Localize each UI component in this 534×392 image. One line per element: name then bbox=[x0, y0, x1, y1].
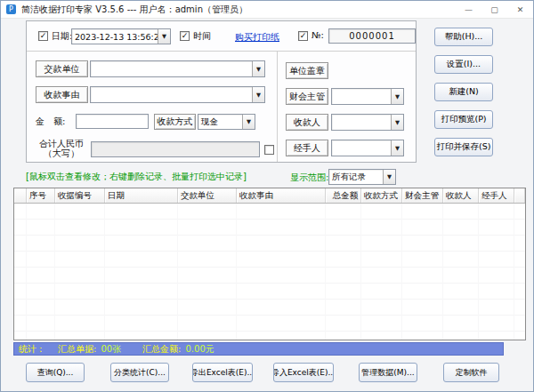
table-body-column bbox=[55, 204, 105, 340]
table-body-column bbox=[14, 204, 27, 340]
time-checkbox[interactable]: ✓ bbox=[180, 31, 190, 41]
payment-method-combobox[interactable]: 现金 ▼ bbox=[198, 114, 255, 130]
chevron-down-icon[interactable]: ▼ bbox=[252, 87, 264, 102]
finance-supervisor-value bbox=[332, 89, 391, 104]
print-save-button[interactable]: 打印并保存(S) bbox=[434, 138, 493, 156]
table-body-column bbox=[361, 204, 402, 340]
hint-text: [鼠标双击查看修改；右键删除记录、批量打印选中记录] bbox=[26, 171, 247, 183]
export-excel-button[interactable]: 导出Excel表(E)... bbox=[192, 363, 253, 382]
amount-caps-field bbox=[91, 141, 260, 157]
date-label: 日期: bbox=[52, 30, 72, 43]
reason-button[interactable]: 收款事由 bbox=[36, 86, 88, 103]
column-header[interactable]: 交款单位 bbox=[178, 188, 237, 203]
handler-button[interactable]: 经手人 bbox=[286, 140, 328, 156]
payment-method-value: 现金 bbox=[198, 115, 242, 129]
records-table: 序号收据编号日期交款单位收款事由总金额收款方式财会主管收款人经手人 bbox=[13, 188, 526, 340]
table-body-column bbox=[479, 204, 514, 340]
handler-value bbox=[332, 140, 391, 156]
custom-software-button[interactable]: 定制软件 bbox=[443, 363, 499, 382]
payment-method-button[interactable]: 收款方式 bbox=[154, 114, 196, 130]
divider-horizontal bbox=[27, 51, 416, 52]
table-body-column bbox=[237, 204, 326, 340]
table-body-column bbox=[514, 204, 525, 340]
column-header-filler bbox=[514, 188, 525, 203]
date-combobox[interactable]: 2023-12-13 13:56:23 ▼ bbox=[71, 28, 171, 44]
date-checkbox[interactable]: ✓ bbox=[38, 31, 48, 41]
settings-button[interactable]: 设置(I)... bbox=[434, 55, 493, 74]
check-icon: ✓ bbox=[182, 31, 189, 40]
column-header[interactable]: 经手人 bbox=[479, 188, 514, 203]
column-header[interactable]: 收款事由 bbox=[237, 188, 326, 203]
chevron-down-icon[interactable]: ▼ bbox=[158, 29, 170, 44]
column-header[interactable]: 序号 bbox=[27, 188, 55, 203]
print-preview-button[interactable]: 打印预览(P) bbox=[434, 110, 493, 129]
manage-data-button[interactable]: 管理数据(M)... bbox=[359, 363, 417, 382]
amount-caps-checkbox[interactable] bbox=[264, 145, 274, 155]
column-header[interactable]: 收款方式 bbox=[361, 188, 402, 203]
maximize-icon[interactable]: ▢ bbox=[481, 1, 507, 19]
table-body-column bbox=[178, 204, 237, 340]
app-icon: P bbox=[6, 4, 16, 14]
import-excel-button[interactable]: 导入Excel表(E)... bbox=[273, 363, 334, 382]
buy-paper-link[interactable]: 购买打印纸 bbox=[235, 31, 279, 44]
window-title: 简洁收据打印专家 V3.5.6 --- 用户名：admin（管理员） bbox=[21, 4, 247, 16]
receipt-no-checkbox[interactable]: ✓ bbox=[298, 31, 308, 41]
reason-value bbox=[91, 87, 252, 102]
table-body[interactable] bbox=[14, 204, 525, 340]
payer-unit-button[interactable]: 交款单位 bbox=[36, 60, 88, 77]
payee-value bbox=[332, 115, 391, 130]
help-button[interactable]: 帮助(H)... bbox=[434, 28, 493, 46]
column-header[interactable]: 财会主管 bbox=[402, 188, 443, 203]
table-body-column bbox=[27, 204, 55, 340]
amount-caps-label: 合计人民币（大写） bbox=[34, 139, 89, 158]
column-header-selector[interactable] bbox=[14, 188, 27, 203]
category-stats-button[interactable]: 分类统计(C)... bbox=[110, 363, 169, 382]
date-combobox-value: 2023-12-13 13:56:23 bbox=[72, 29, 158, 44]
amount-label: 金 额: bbox=[36, 116, 65, 128]
app-window: P 简洁收据打印专家 V3.5.6 --- 用户名：admin（管理员） — ▢… bbox=[0, 0, 534, 392]
stats-total-amount-value: 0.00元 bbox=[185, 343, 214, 356]
amount-input[interactable] bbox=[76, 114, 149, 129]
column-header[interactable]: 收据编号 bbox=[55, 188, 105, 203]
close-icon[interactable]: ✕ bbox=[507, 1, 533, 19]
column-header[interactable]: 总金额 bbox=[326, 188, 361, 203]
column-header[interactable]: 收款人 bbox=[443, 188, 479, 203]
finance-supervisor-combobox[interactable]: ▼ bbox=[331, 88, 404, 105]
reason-combobox[interactable]: ▼ bbox=[90, 86, 265, 103]
payer-unit-value bbox=[91, 61, 252, 76]
chevron-down-icon[interactable]: ▼ bbox=[383, 170, 395, 184]
table-header: 序号收据编号日期交款单位收款事由总金额收款方式财会主管收款人经手人 bbox=[14, 188, 525, 204]
payer-unit-combobox[interactable]: ▼ bbox=[90, 60, 265, 77]
unit-seal-button[interactable]: 单位盖章 bbox=[286, 62, 328, 79]
chevron-down-icon[interactable]: ▼ bbox=[242, 115, 255, 129]
payee-combobox[interactable]: ▼ bbox=[331, 114, 404, 131]
title-bar: P 简洁收据打印专家 V3.5.6 --- 用户名：admin（管理员） — ▢… bbox=[1, 1, 533, 19]
table-body-column bbox=[326, 204, 361, 340]
column-header[interactable]: 日期 bbox=[105, 188, 178, 203]
chevron-down-icon[interactable]: ▼ bbox=[391, 115, 403, 130]
chevron-down-icon[interactable]: ▼ bbox=[391, 140, 403, 156]
receipt-no-label: №: bbox=[312, 30, 324, 40]
scope-label: 显示范围: bbox=[290, 172, 328, 184]
form-panel: ✓ 日期: 2023-12-13 13:56:23 ▼ ✓ 时间 购买打印纸 ✓… bbox=[26, 20, 417, 163]
chevron-down-icon[interactable]: ▼ bbox=[252, 61, 264, 76]
stats-total-amount-label: 汇总金额: bbox=[142, 343, 181, 356]
check-icon: ✓ bbox=[40, 31, 47, 40]
minimize-icon[interactable]: — bbox=[456, 1, 481, 19]
scope-combobox[interactable]: 所有记录 ▼ bbox=[328, 169, 396, 185]
new-button[interactable]: 新建(N) bbox=[434, 83, 493, 101]
receipt-no-field[interactable]: 0000001 bbox=[328, 28, 416, 44]
table-body-column bbox=[443, 204, 479, 340]
stats-label: 统计： bbox=[19, 343, 45, 356]
finance-supervisor-button[interactable]: 财会主管 bbox=[286, 88, 328, 105]
query-button[interactable]: 查询(Q)... bbox=[26, 363, 85, 382]
payee-button[interactable]: 收款人 bbox=[286, 114, 328, 131]
window-controls: — ▢ ✕ bbox=[456, 1, 533, 19]
handler-combobox[interactable]: ▼ bbox=[331, 140, 404, 156]
stats-total-docs-value: 00张 bbox=[101, 343, 121, 356]
chevron-down-icon[interactable]: ▼ bbox=[391, 89, 403, 104]
table-body-column bbox=[402, 204, 443, 340]
stats-bar: 统计： 汇总单据: 00张 汇总金额: 0.00元 bbox=[13, 342, 504, 356]
scope-value: 所有记录 bbox=[329, 170, 383, 184]
time-label: 时间 bbox=[193, 30, 211, 43]
